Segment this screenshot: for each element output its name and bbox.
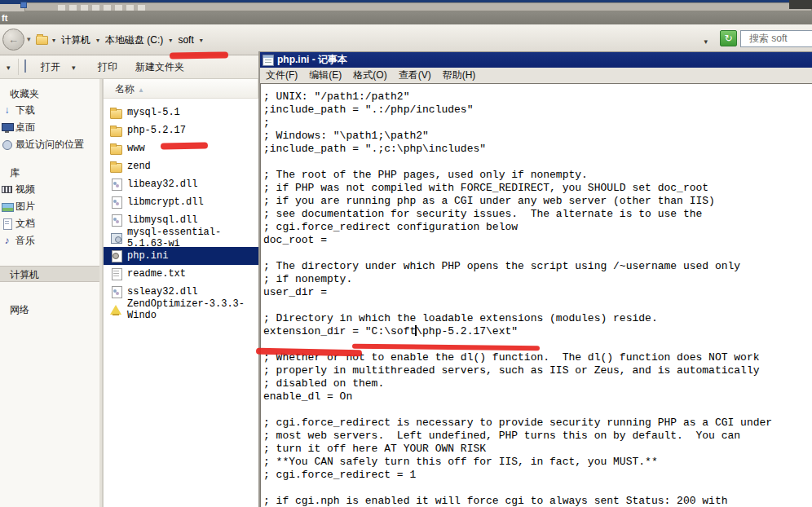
sidebar-item-label: 图片 (15, 198, 35, 215)
file-name: libeay32.dll (127, 179, 197, 190)
file-row[interactable]: php-5.2.17 (104, 121, 258, 139)
sidebar-item-computer[interactable]: 计算机 (0, 266, 99, 282)
back-button[interactable]: ← (2, 29, 24, 51)
dll-file-icon (110, 214, 122, 226)
file-list: mysql-5.1php-5.2.17wwwzendlibeay32.dllli… (104, 99, 258, 319)
red-underline-php-folder (161, 142, 208, 149)
notepad-menu-4[interactable]: 帮助(H) (443, 68, 476, 82)
installer-file-icon (110, 232, 122, 244)
text-line (263, 247, 812, 260)
sidebar-header-libraries[interactable]: 库 (0, 165, 99, 181)
organize-chevron-icon[interactable]: ▾ (7, 64, 11, 72)
file-row[interactable]: libmcrypt.dll (104, 193, 258, 211)
download-icon: ↓ (2, 105, 12, 116)
sidebar-item-label: 桌面 (15, 119, 35, 136)
sidebar-item-label: 视频 (15, 181, 35, 198)
file-row[interactable]: php.ini (104, 247, 258, 265)
notepad-title: php.ini - 记事本 (277, 53, 347, 67)
file-row[interactable]: mysql-5.1 (104, 104, 258, 121)
text-line: ; Windows: "\path1;\path2" (263, 130, 812, 143)
open-dropdown-chevron-icon[interactable]: ▾ (72, 64, 76, 72)
file-row[interactable]: readme.txt (104, 265, 258, 283)
file-name: libmysql.dll (127, 214, 197, 226)
notepad-menu-0[interactable]: 文件(F) (266, 68, 298, 82)
file-name: mysql-essential-5.1.63-wi (127, 227, 258, 249)
breadcrumb-separator-icon[interactable]: ▾ (96, 37, 99, 44)
text-line: ; (263, 117, 812, 130)
toolbar-separator (18, 59, 19, 75)
file-row[interactable]: ZendOptimizer-3.3.3-Windo (104, 301, 258, 319)
text-line (263, 156, 812, 169)
address-dropdown-chevron-icon[interactable]: ▾ (704, 37, 708, 46)
breadcrumb-item-1[interactable]: 本地磁盘 (C:) (104, 33, 165, 48)
sidebar-item[interactable]: 图片 (0, 198, 99, 215)
file-row[interactable]: zend (104, 157, 258, 175)
text-caret (415, 325, 417, 336)
sidebar-item[interactable]: ↓下载 (0, 102, 99, 119)
navigation-pane: 收藏夹 ↓下载桌面最近访问的位置 库 视频图片文档♪音乐 计算机 网络 (0, 79, 99, 507)
text-line (263, 403, 812, 417)
folder-icon (110, 161, 122, 172)
sidebar-item-label: 下载 (15, 102, 35, 119)
file-name: readme.txt (127, 268, 186, 280)
new-folder-button[interactable]: 新建文件夹 (135, 60, 184, 74)
text-line: extension_dir = "C:\soft\php-5.2.17\ext" (263, 325, 812, 338)
file-name: libmcrypt.dll (127, 196, 204, 208)
desktop-icon (2, 122, 12, 133)
music-icon: ♪ (2, 236, 12, 246)
folder-icon (110, 125, 122, 136)
sidebar-item[interactable]: 视频 (0, 181, 99, 198)
open-file-icon (24, 60, 26, 73)
text-line: ; **You CAN safely turn this off for IIS… (263, 456, 812, 469)
search-input[interactable]: 搜索 soft (740, 30, 812, 47)
column-header-name-label: 名称 (115, 83, 135, 95)
text-line: ; turn it off here AT YOUR OWN RISK (263, 443, 812, 456)
notepad-menubar: 文件(F)编辑(E)格式(O)查看(V)帮助(H) (260, 68, 812, 83)
sidebar-favorites-list: ↓下载桌面最近访问的位置 (0, 102, 99, 153)
file-row[interactable]: libeay32.dll (104, 175, 258, 193)
screen: ft ← ▾ ▾计算机▾本地磁盘 (C:)▾soft▾ ▾ ↻ 搜索 soft … (0, 0, 812, 507)
text-line: ; properly in multithreaded servers, suc… (263, 364, 812, 377)
text-line: ; if nonempty. (263, 273, 812, 286)
open-button[interactable]: 打开 (41, 60, 60, 74)
text-line: doc_root = (263, 234, 812, 247)
sidebar-item[interactable]: 文档 (0, 215, 99, 232)
breadcrumb-separator-icon[interactable]: ▾ (200, 37, 203, 44)
nav-history-chevron-icon[interactable]: ▾ (27, 35, 31, 43)
text-line: ; most web servers. Left undefined, PHP … (263, 430, 812, 443)
notepad-window: php.ini - 记事本 文件(F)编辑(E)格式(O)查看(V)帮助(H) … (258, 51, 812, 507)
sidebar-header-favorites[interactable]: 收藏夹 (0, 86, 99, 102)
text-line: ; Directory in which the loadable extens… (263, 312, 812, 325)
sidebar-item[interactable]: 最近访问的位置 (0, 136, 99, 153)
recent-places-icon (2, 139, 12, 150)
notepad-menu-1[interactable]: 编辑(E) (309, 68, 342, 82)
background-window-title-blur (58, 5, 148, 11)
sidebar-item[interactable]: ♪音乐 (0, 232, 99, 249)
sidebar-item-network[interactable]: 网络 (0, 302, 99, 318)
notepad-text-area[interactable]: ; UNIX: "/path1:/path2";include_path = "… (260, 83, 812, 507)
notepad-menu-2[interactable]: 格式(O) (353, 68, 386, 82)
sidebar-item[interactable]: 桌面 (0, 119, 99, 136)
ini-file-icon (110, 250, 122, 262)
videos-icon (2, 184, 12, 195)
breadcrumb-item-0[interactable]: 计算机 (60, 33, 92, 48)
breadcrumb-separator-icon[interactable]: ▾ (52, 37, 55, 44)
folder-icon (110, 143, 122, 154)
print-button[interactable]: 打印 (98, 60, 117, 74)
breadcrumb-folder-icon (36, 36, 48, 45)
documents-icon (2, 218, 12, 229)
text-line: ; cgi.force_redirect = 1 (263, 469, 812, 482)
file-row[interactable]: mysql-essential-5.1.63-wi (104, 229, 258, 247)
text-line: ; if you are running php as a CGI under … (263, 195, 812, 208)
refresh-button[interactable]: ↻ (720, 30, 737, 46)
breadcrumb-separator-icon[interactable]: ▾ (169, 37, 172, 44)
pictures-icon (2, 201, 12, 212)
notepad-menu-3[interactable]: 查看(V) (399, 68, 431, 82)
breadcrumb-item-2[interactable]: soft (176, 33, 195, 46)
file-name: ssleay32.dll (127, 286, 197, 298)
notepad-titlebar[interactable]: php.ini - 记事本 (260, 52, 812, 68)
text-line: user_dir = (263, 286, 812, 299)
folder-icon (110, 107, 122, 118)
text-line: ; The directory under which PHP opens th… (263, 260, 812, 273)
column-header-name[interactable]: 名称▲ (104, 79, 258, 99)
